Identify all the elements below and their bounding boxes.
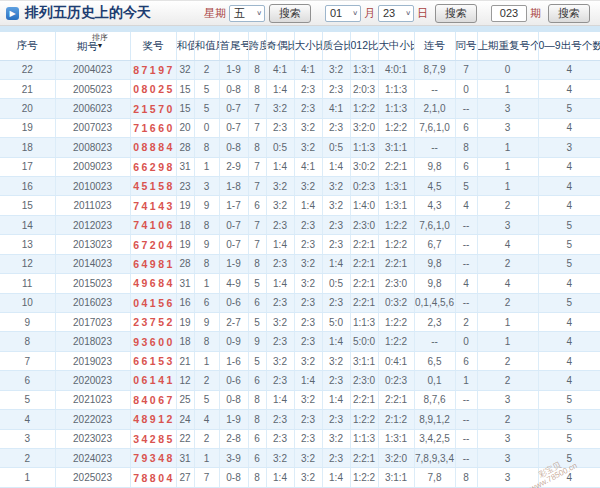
cell-prime-composite: 2:3 [322, 448, 350, 467]
issue-search-button[interactable]: 搜索 [548, 4, 590, 23]
column-header-label: 期号 [77, 40, 89, 52]
column-header-label: 连号 [424, 39, 445, 51]
cell-sum-tail: 4 [194, 410, 219, 429]
column-header-label: 大小比 [295, 39, 323, 51]
cell-span: 8 [248, 254, 266, 273]
cell-prize: 23752 [130, 312, 176, 331]
cell-sum-tail: 2 [194, 371, 219, 390]
cell-odd-even: 2:3 [266, 429, 294, 448]
column-header-label: 同号 [456, 39, 477, 51]
cell-issue: 2004023 [55, 60, 130, 79]
table-row: 152011023741431991-763:21:43:21:4:01:3:1… [0, 196, 600, 215]
cell-first-last: 0-7 [219, 118, 248, 137]
cell-big-mid-small: 3:1:1 [378, 468, 414, 488]
cell-prize: 71660 [130, 118, 176, 137]
cell-012-ratio: 5:0:0 [350, 332, 378, 351]
cell-prize: 74106 [130, 215, 176, 234]
cell-duplicate: 7 [455, 60, 477, 79]
cell-sum: 23 [176, 177, 194, 196]
cell-big-small: 4:1 [294, 60, 322, 79]
cell-sum: 27 [176, 468, 194, 488]
cell-consecutive: 4,5 [414, 177, 455, 196]
cell-prime-composite: 5:0 [322, 312, 350, 331]
cell-sum-tail: 9 [194, 235, 219, 254]
cell-issue: 2009023 [55, 157, 130, 176]
table-row: 32023023342852222-862:32:33:21:1:31:3:13… [0, 429, 600, 448]
column-header-issue[interactable]: 期号 排序 ▼ [55, 32, 130, 60]
cell-index: 4 [0, 410, 55, 429]
column-header-big-mid-small: 大中小比 [378, 32, 414, 60]
cell-prev-repeat: 2 [477, 254, 538, 273]
cell-first-last: 0-8 [219, 79, 248, 98]
cell-prize: 84067 [130, 390, 176, 409]
cell-first-last: 0-7 [219, 215, 248, 234]
cell-digit-count: 5 [538, 410, 600, 429]
cell-duplicate: -- [455, 390, 477, 409]
cell-prime-composite: 3:2 [322, 351, 350, 370]
search-controls: 星期 五 ∨ 搜索 01 ∨ 月 23 ∨ 日 搜索 期 搜索 [201, 4, 594, 23]
cell-index: 6 [0, 371, 55, 390]
sort-control[interactable]: 排序 ▼ [92, 34, 108, 49]
cell-prev-repeat: 1 [477, 177, 538, 196]
cell-first-last: 0-6 [219, 293, 248, 312]
cell-first-last: 0-8 [219, 138, 248, 157]
cell-digit-count: 5 [538, 448, 600, 467]
cell-issue: 2016023 [55, 293, 130, 312]
cell-sum: 19 [176, 235, 194, 254]
cell-prize: 66298 [130, 157, 176, 176]
cell-big-mid-small: 2:2:1 [378, 157, 414, 176]
month-select[interactable]: 01 ∨ [325, 5, 361, 22]
cell-sum-tail: 6 [194, 293, 219, 312]
cell-big-mid-small: 1:3:1 [378, 429, 414, 448]
column-header-label: 0—9出号个数 [539, 39, 600, 51]
cell-duplicate: 0 [455, 332, 477, 351]
cell-012-ratio: 3:1:1 [350, 351, 378, 370]
cell-duplicate: 6 [455, 157, 477, 176]
cell-digit-count: 5 [538, 429, 600, 448]
cell-index: 3 [0, 429, 55, 448]
cell-first-last: 1-9 [219, 60, 248, 79]
cell-012-ratio: 3:2:0 [350, 118, 378, 137]
cell-consecutive: 7,8,9,3,4 [414, 448, 455, 467]
column-header-label: 和值尾 [195, 39, 220, 51]
cell-first-last: 4-9 [219, 274, 248, 293]
cell-duplicate: 5 [455, 177, 477, 196]
cell-duplicate: 6 [455, 351, 477, 370]
cell-consecutive: 0,1 [414, 371, 455, 390]
cell-digit-count: 3 [538, 138, 600, 157]
cell-index: 7 [0, 351, 55, 370]
cell-odd-even: 3:2 [266, 448, 294, 467]
cell-span: 7 [248, 118, 266, 137]
cell-sum: 28 [176, 138, 194, 157]
cell-prev-repeat: 2 [477, 293, 538, 312]
issue-input[interactable] [491, 5, 527, 22]
cell-prime-composite: 2:3 [322, 371, 350, 390]
sort-arrow-icon: ▼ [97, 42, 104, 49]
week-select[interactable]: 五 ∨ [229, 5, 265, 22]
cell-odd-even: 2:3 [266, 332, 294, 351]
cell-prev-repeat: 3 [477, 390, 538, 409]
cell-prime-composite: 2:3 [322, 215, 350, 234]
cell-duplicate: 4 [455, 274, 477, 293]
title-bullet-icon: ▶ [6, 7, 19, 20]
cell-012-ratio: 1:1:3 [350, 429, 378, 448]
cell-sum: 31 [176, 157, 194, 176]
cell-big-mid-small: 4:0:1 [378, 60, 414, 79]
issue-label: 期 [530, 6, 541, 21]
day-select[interactable]: 23 ∨ [378, 5, 414, 22]
cell-012-ratio: 1:3:1 [350, 60, 378, 79]
cell-big-mid-small: 3:1:1 [378, 138, 414, 157]
cell-span: 6 [248, 448, 266, 467]
cell-index: 11 [0, 274, 55, 293]
column-header-label: 上期重复号个数 [478, 39, 539, 51]
cell-prize: 67204 [130, 235, 176, 254]
cell-prize: 64981 [130, 254, 176, 273]
date-search-button[interactable]: 搜索 [435, 4, 477, 23]
cell-prize: 93600 [130, 332, 176, 351]
cell-digit-count: 5 [538, 235, 600, 254]
table-row: 172009023662983112-971:44:11:43:0:22:2:1… [0, 157, 600, 176]
week-search-button[interactable]: 搜索 [269, 4, 311, 23]
cell-first-last: 1-8 [219, 177, 248, 196]
cell-odd-even: 3:2 [266, 99, 294, 118]
cell-span: 5 [248, 274, 266, 293]
